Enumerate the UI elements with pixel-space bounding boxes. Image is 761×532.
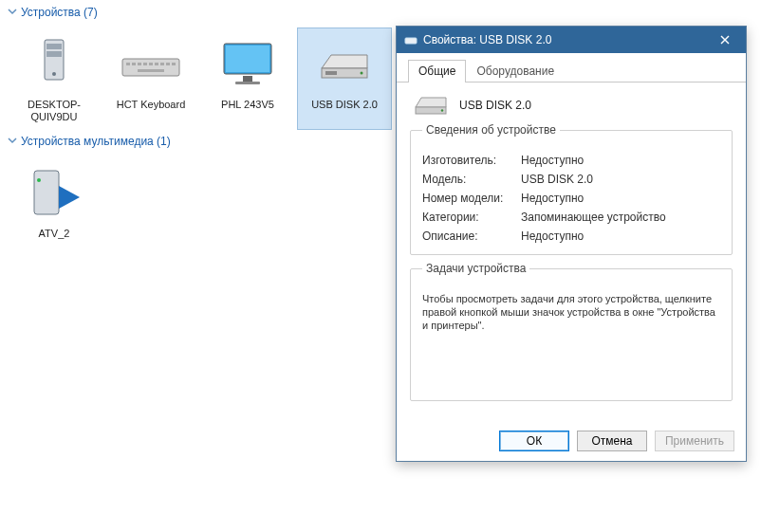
prop-val: USB DISK 2.0 [521, 173, 593, 186]
svg-rect-13 [172, 63, 176, 65]
prop-key: Номер модели: [422, 192, 521, 205]
svg-point-32 [441, 109, 443, 111]
svg-rect-1 [46, 44, 62, 49]
svg-rect-23 [34, 171, 59, 214]
ok-button[interactable]: ОК [499, 431, 569, 451]
close-icon [720, 35, 730, 45]
svg-rect-10 [155, 63, 158, 65]
apply-button[interactable]: Применить [655, 431, 734, 451]
device-tasks-text: Чтобы просмотреть задачи для этого устро… [422, 292, 720, 332]
svg-rect-14 [138, 69, 164, 72]
cancel-button[interactable]: Отмена [577, 431, 647, 451]
section-devices-title: Устройства (7) [21, 6, 98, 19]
prop-val: Недоступно [521, 154, 584, 167]
svg-rect-18 [235, 82, 260, 84]
device-keyboard[interactable]: HCT Keyboard [104, 28, 197, 129]
svg-rect-11 [160, 63, 164, 65]
monitor-icon [201, 34, 294, 95]
media-device-icon [8, 163, 101, 224]
tab-general[interactable]: Общие [408, 60, 466, 83]
prop-val: Запоминающее устройство [521, 211, 666, 224]
prop-val: Недоступно [521, 192, 584, 205]
svg-marker-19 [322, 55, 367, 68]
pc-icon [8, 34, 101, 95]
hard-drive-icon [404, 34, 418, 46]
svg-point-24 [37, 178, 41, 182]
prop-val: Недоступно [521, 229, 584, 243]
close-button[interactable] [704, 27, 746, 53]
properties-dialog: Свойства: USB DISK 2.0 Общие Оборудовани… [396, 26, 747, 462]
device-monitor[interactable]: PHL 243V5 [201, 28, 294, 129]
device-media[interactable]: ATV_2 [8, 157, 101, 246]
dialog-device-name: USB DISK 2.0 [459, 99, 531, 112]
chevron-down-icon [8, 6, 17, 19]
hard-drive-icon [298, 34, 391, 95]
device-tasks-group: Задачи устройства Чтобы просмотреть зада… [410, 268, 733, 401]
tab-hardware[interactable]: Оборудование [466, 60, 565, 83]
prop-key: Описание: [422, 229, 521, 243]
prop-key: Модель: [422, 173, 521, 186]
device-info-legend: Сведения об устройстве [422, 123, 560, 137]
device-label: PHL 243V5 [201, 99, 294, 111]
svg-rect-8 [143, 63, 147, 65]
section-devices-header[interactable]: Устройства (7) [0, 0, 761, 23]
section-multimedia-title: Устройства мультимедиа (1) [21, 135, 171, 148]
svg-rect-5 [126, 63, 130, 65]
prop-key: Категории: [422, 211, 521, 224]
device-pc[interactable]: DESKTOP-QUIV9DU [8, 28, 101, 129]
svg-rect-9 [149, 63, 153, 65]
svg-rect-4 [122, 59, 179, 76]
keyboard-icon [104, 34, 197, 95]
device-label: DESKTOP-QUIV9DU [8, 99, 101, 123]
device-usb-disk[interactable]: USB DISK 2.0 [298, 28, 391, 129]
svg-point-3 [52, 72, 56, 76]
hard-drive-icon [414, 94, 448, 117]
dialog-titlebar[interactable]: Свойства: USB DISK 2.0 [397, 27, 746, 53]
dialog-tabs: Общие Оборудование [397, 53, 746, 83]
device-label: ATV_2 [8, 228, 101, 240]
svg-rect-2 [46, 51, 62, 57]
svg-rect-17 [243, 76, 252, 82]
svg-rect-16 [226, 46, 269, 72]
svg-rect-6 [132, 63, 136, 65]
svg-rect-26 [405, 38, 417, 44]
chevron-down-icon [8, 135, 17, 148]
svg-marker-25 [59, 186, 80, 209]
device-label: HCT Keyboard [104, 99, 197, 111]
svg-point-21 [361, 72, 363, 75]
device-label: USB DISK 2.0 [298, 99, 391, 111]
svg-rect-22 [325, 71, 337, 75]
prop-key: Изготовитель: [422, 154, 521, 167]
dialog-title: Свойства: USB DISK 2.0 [423, 33, 704, 46]
svg-rect-7 [138, 63, 141, 65]
device-info-group: Сведения об устройстве Изготовитель:Недо… [410, 130, 733, 255]
svg-rect-12 [166, 63, 170, 65]
device-tasks-legend: Задачи устройства [422, 262, 529, 275]
svg-marker-30 [416, 98, 446, 107]
